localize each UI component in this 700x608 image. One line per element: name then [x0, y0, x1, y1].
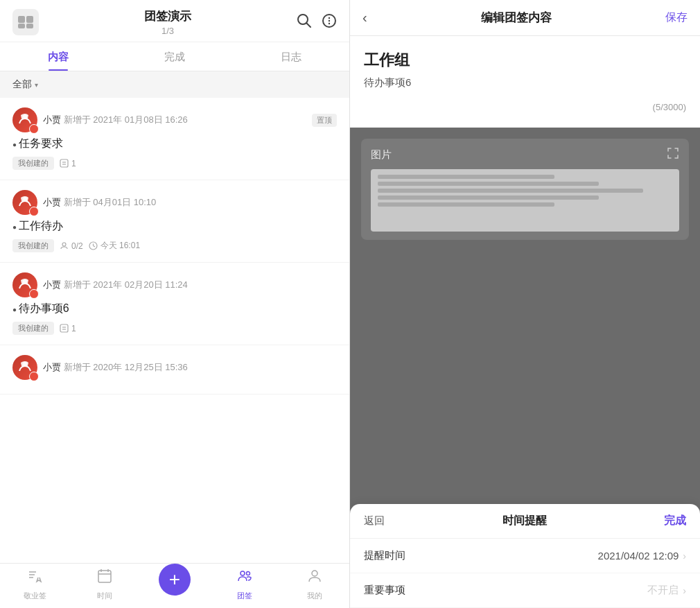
- item-user-meta: 小贾 新增于 2020年 12月25日 15:36: [43, 361, 188, 374]
- svg-point-15: [62, 243, 66, 246]
- item-header: 小贾 新增于 2021年 01月08日 16:26 置顶: [12, 107, 337, 132]
- nav-mine-label: 我的: [307, 591, 322, 601]
- svg-rect-0: [18, 16, 25, 23]
- list-item[interactable]: 小贾 新增于 2021年 02月20日 11:24 待办事项6 我创建的 1: [0, 263, 349, 345]
- svg-rect-2: [18, 24, 25, 28]
- content-dark: 图片: [350, 128, 700, 504]
- add-button[interactable]: +: [159, 564, 191, 596]
- svg-rect-3: [26, 24, 33, 28]
- sheet-row-important[interactable]: 重要事项 不开启 ›: [350, 573, 700, 608]
- username: 小贾: [43, 362, 61, 372]
- item-tags: 我创建的 1: [12, 322, 337, 335]
- list-item[interactable]: 小贾 新增于 2021年 01月08日 16:26 置顶 任务要求 我创建的 1: [0, 98, 349, 180]
- item-tags: 我创建的 1: [12, 157, 337, 170]
- nav-jianqian-label: 敬业签: [24, 591, 46, 601]
- item-title: 任务要求: [12, 137, 337, 151]
- filter-label: 全部: [12, 78, 32, 91]
- search-button[interactable]: [297, 13, 312, 32]
- tuanqian-icon: [236, 568, 253, 589]
- avatar: [12, 190, 37, 215]
- item-header: 小贾 新增于 2020年 12月25日 15:36: [12, 355, 337, 380]
- person-count: 0/2: [60, 241, 83, 251]
- right-header: ‹ 编辑团签内容 保存: [350, 0, 700, 36]
- list-item[interactable]: 小贾 新增于 2020年 12月25日 15:36: [0, 345, 349, 394]
- item-user-info: 小贾 新增于 2021年 02月20日 11:24: [12, 272, 188, 297]
- tabs-row: 内容 完成 日志: [0, 42, 349, 71]
- nav-jianqian[interactable]: 敬业签: [0, 568, 70, 601]
- sheet-title: 时间提醒: [502, 514, 547, 528]
- nav-mine[interactable]: 我的: [279, 568, 349, 601]
- pin-badge: 置顶: [312, 114, 337, 127]
- nav-time-label: 时间: [97, 591, 112, 601]
- username: 小贾: [43, 279, 61, 290]
- header-center: 团签演示 1/3: [46, 8, 290, 36]
- group-subtitle: 待办事项6: [364, 76, 686, 89]
- item-tag: 我创建的: [12, 322, 54, 335]
- item-date: 新增于 2021年 02月20日 11:24: [64, 279, 188, 290]
- preview-line: [378, 196, 599, 200]
- app-title: 团签演示: [46, 8, 290, 24]
- sheet-done-button[interactable]: 完成: [664, 514, 686, 528]
- mine-icon: [306, 568, 323, 589]
- svg-rect-20: [60, 324, 68, 332]
- svg-point-23: [23, 362, 27, 366]
- item-header: 小贾 新增于 04月01日 10:10: [12, 190, 337, 215]
- item-user-info: 小贾 新增于 2020年 12月25日 15:36: [12, 355, 188, 380]
- tab-done[interactable]: 完成: [116, 42, 233, 71]
- group-title: 工作组: [364, 50, 686, 71]
- item-date: 新增于 2020年 12月25日 15:36: [64, 362, 188, 372]
- save-button[interactable]: 保存: [665, 10, 688, 25]
- svg-point-7: [329, 17, 330, 18]
- preview-line: [378, 182, 599, 186]
- filter-button[interactable]: 全部 ▾: [12, 78, 38, 91]
- content-top: 工作组 待办事项6 (5/3000): [350, 36, 700, 128]
- item-icon-count: 1: [60, 159, 76, 168]
- expand-icon[interactable]: [667, 147, 679, 162]
- item-icon-count: 1: [60, 324, 76, 333]
- image-section-title: 图片: [371, 148, 392, 162]
- nav-time[interactable]: 时间: [70, 568, 140, 601]
- right-title: 编辑团签内容: [481, 10, 552, 26]
- item-date: 新增于 04月01日 10:10: [64, 197, 157, 207]
- header-avatar[interactable]: [12, 9, 39, 35]
- important-value: 不开启 ›: [647, 584, 686, 597]
- char-count: (5/3000): [364, 98, 686, 116]
- image-section-header: 图片: [371, 147, 679, 162]
- username: 小贾: [43, 114, 61, 125]
- item-tag: 我创建的: [12, 239, 54, 252]
- back-button[interactable]: ‹: [362, 10, 367, 26]
- tab-content[interactable]: 内容: [0, 42, 116, 71]
- sheet-row-reminder[interactable]: 提醒时间 2021/04/02 12:09 ›: [350, 539, 700, 573]
- right-content: 工作组 待办事项6 (5/3000) 图片: [350, 36, 700, 608]
- chevron-right-icon: ›: [683, 550, 686, 562]
- filter-arrow-icon: ▾: [35, 81, 38, 89]
- more-button[interactable]: [322, 13, 337, 32]
- avatar: [12, 107, 37, 132]
- avatar: [12, 355, 37, 380]
- bottom-nav: 敬业签 时间 + 团签 我的: [0, 563, 349, 608]
- preview-line: [378, 202, 554, 207]
- image-section[interactable]: 图片: [361, 139, 689, 240]
- important-label: 重要事项: [364, 584, 405, 597]
- sheet-header: 返回 时间提醒 完成: [350, 504, 700, 539]
- time-info: 今天 16:01: [89, 240, 140, 252]
- item-user-meta: 小贾 新增于 2021年 01月08日 16:26: [43, 114, 188, 126]
- item-date: 新增于 2021年 01月08日 16:26: [64, 114, 188, 125]
- nav-tuanqian[interactable]: 团签: [209, 568, 279, 601]
- svg-point-28: [240, 571, 245, 575]
- header-icons: [297, 13, 337, 32]
- svg-line-5: [307, 23, 311, 27]
- tab-log[interactable]: 日志: [233, 42, 349, 71]
- reminder-label: 提醒时间: [364, 549, 405, 562]
- left-panel: 团签演示 1/3 内容 完成 日志: [0, 0, 350, 608]
- sheet-back-button[interactable]: 返回: [364, 514, 385, 528]
- jianqian-icon: [26, 568, 43, 589]
- right-panel: ‹ 编辑团签内容 保存 工作组 待办事项6 (5/3000) 图片: [350, 0, 700, 608]
- list-item[interactable]: 小贾 新增于 04月01日 10:10 工作待办 我创建的 0/2 今天 16:…: [0, 180, 349, 263]
- item-tag: 我创建的: [12, 157, 54, 170]
- bottom-sheet: 返回 时间提醒 完成 提醒时间 2021/04/02 12:09 › 重要事项 …: [350, 504, 700, 608]
- time-icon: [96, 568, 113, 589]
- avatar: [12, 272, 37, 297]
- items-list: 小贾 新增于 2021年 01月08日 16:26 置顶 任务要求 我创建的 1: [0, 98, 349, 563]
- nav-add[interactable]: +: [140, 568, 210, 601]
